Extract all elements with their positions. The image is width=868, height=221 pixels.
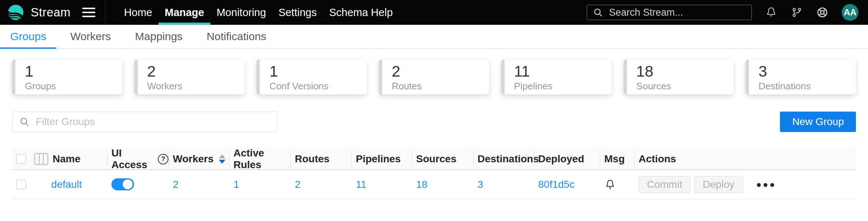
stat-value: 3 bbox=[758, 63, 856, 80]
cell-name: default bbox=[12, 170, 107, 199]
stat-value: 1 bbox=[269, 63, 367, 80]
header-deployed[interactable]: Deployed bbox=[534, 147, 600, 171]
navbar-divider bbox=[105, 0, 105, 25]
hamburger-menu-icon[interactable] bbox=[82, 8, 95, 17]
stream-logo-icon bbox=[7, 4, 24, 21]
cell-routes: 2 bbox=[290, 170, 351, 199]
header-name-label[interactable]: Name bbox=[53, 153, 80, 165]
tab-mappings[interactable]: Mappings bbox=[125, 25, 193, 48]
deploy-button[interactable]: Deploy bbox=[694, 176, 743, 193]
stat-label: Sources bbox=[636, 81, 734, 92]
stat-value: 2 bbox=[147, 63, 245, 80]
commit-button[interactable]: Commit bbox=[639, 176, 690, 193]
filter-search-icon bbox=[19, 116, 30, 127]
cell-actions: Commit Deploy ●●● bbox=[634, 170, 856, 199]
global-search-input[interactable] bbox=[609, 7, 746, 18]
filter-groups-input[interactable] bbox=[36, 116, 271, 128]
column-chooser-icon[interactable] bbox=[34, 152, 49, 166]
tab-groups[interactable]: Groups bbox=[0, 25, 56, 48]
ui-access-toggle[interactable] bbox=[111, 178, 134, 190]
stat-card-groups[interactable]: 1 Groups bbox=[12, 59, 122, 94]
header-workers-label: Workers bbox=[173, 153, 214, 165]
brand-name: Stream bbox=[31, 5, 71, 19]
cell-ui-access bbox=[107, 170, 168, 199]
sources-count-link[interactable]: 18 bbox=[416, 179, 427, 190]
search-icon bbox=[593, 7, 603, 18]
nav-item-home[interactable]: Home bbox=[118, 0, 158, 25]
deployed-version-link[interactable]: 80f1d5c bbox=[538, 179, 575, 190]
routes-count-link[interactable]: 2 bbox=[295, 179, 301, 190]
question-circle-icon[interactable]: ? bbox=[158, 154, 168, 164]
stat-label: Conf Versions bbox=[269, 81, 367, 92]
group-name-link[interactable]: default bbox=[51, 179, 82, 190]
workers-count-link[interactable]: 2 bbox=[173, 179, 179, 190]
header-ui-access[interactable]: UI Access ? bbox=[107, 147, 168, 171]
stat-label: Routes bbox=[392, 81, 489, 92]
stats-cards: 1 Groups 2 Workers 1 Conf Versions 2 Rou… bbox=[12, 59, 856, 94]
help-lifesaver-icon[interactable] bbox=[816, 6, 829, 19]
navbar-right: AA bbox=[587, 0, 868, 25]
stat-label: Groups bbox=[25, 81, 122, 92]
stat-card-routes[interactable]: 2 Routes bbox=[379, 59, 489, 94]
cell-deployed: 80f1d5c bbox=[534, 170, 600, 199]
stat-value: 1 bbox=[25, 63, 122, 80]
header-active-rules[interactable]: Active Rules bbox=[229, 147, 290, 171]
message-bell-icon[interactable] bbox=[604, 179, 616, 190]
header-destinations[interactable]: Destinations bbox=[473, 147, 534, 171]
select-all-checkbox[interactable] bbox=[16, 154, 26, 164]
user-avatar[interactable]: AA bbox=[842, 4, 859, 21]
row-checkbox[interactable] bbox=[16, 179, 26, 190]
stat-card-workers[interactable]: 2 Workers bbox=[134, 59, 245, 94]
table-row: default 2 1 2 11 18 3 80f1d5c bbox=[12, 170, 856, 199]
header-ui-access-label: UI Access bbox=[111, 147, 154, 171]
header-msg[interactable]: Msg bbox=[600, 147, 634, 171]
stat-value: 11 bbox=[514, 63, 612, 80]
git-branch-icon[interactable] bbox=[791, 6, 803, 19]
cell-msg bbox=[600, 170, 634, 199]
cell-active-rules: 1 bbox=[229, 170, 290, 199]
filter-groups-box[interactable] bbox=[12, 112, 278, 132]
pipelines-count-link[interactable]: 11 bbox=[356, 179, 366, 190]
table-header-row: Name UI Access ? Workers Active Rules Ro… bbox=[12, 147, 856, 170]
nav-item-schema-help[interactable]: Schema Help bbox=[323, 0, 399, 25]
notifications-bell-icon[interactable] bbox=[765, 6, 777, 19]
header-sources[interactable]: Sources bbox=[412, 147, 473, 171]
global-search[interactable] bbox=[587, 5, 752, 20]
groups-table: Name UI Access ? Workers Active Rules Ro… bbox=[12, 147, 856, 199]
brand: Stream bbox=[0, 0, 105, 25]
stat-card-sources[interactable]: 18 Sources bbox=[624, 59, 734, 94]
nav-item-monitoring[interactable]: Monitoring bbox=[210, 0, 272, 25]
nav-item-manage[interactable]: Manage bbox=[159, 0, 210, 25]
stat-label: Destinations bbox=[758, 81, 856, 92]
header-actions: Actions bbox=[634, 147, 856, 171]
cell-sources: 18 bbox=[412, 170, 473, 199]
cell-pipelines: 11 bbox=[351, 170, 412, 199]
row-more-menu-icon[interactable]: ●●● bbox=[756, 179, 777, 190]
stat-card-conf-versions[interactable]: 1 Conf Versions bbox=[256, 59, 367, 94]
sub-tabbar: Groups Workers Mappings Notifications bbox=[0, 25, 868, 49]
cell-workers: 2 bbox=[168, 170, 229, 199]
stat-value: 18 bbox=[636, 63, 734, 80]
top-navbar: Stream Home Manage Monitoring Settings S… bbox=[0, 0, 868, 25]
header-pipelines[interactable]: Pipelines bbox=[351, 147, 412, 171]
destinations-count-link[interactable]: 3 bbox=[477, 179, 483, 190]
tab-workers[interactable]: Workers bbox=[60, 25, 121, 48]
sort-carets-icon[interactable] bbox=[219, 154, 225, 164]
table-toolbar: New Group bbox=[12, 112, 856, 132]
stat-label: Workers bbox=[147, 81, 245, 92]
cell-destinations: 3 bbox=[473, 170, 534, 199]
stat-label: Pipelines bbox=[514, 81, 612, 92]
stat-value: 2 bbox=[392, 63, 489, 80]
main-nav: Home Manage Monitoring Settings Schema H… bbox=[118, 0, 399, 25]
stat-card-pipelines[interactable]: 11 Pipelines bbox=[501, 59, 612, 94]
nav-item-settings[interactable]: Settings bbox=[272, 0, 323, 25]
header-routes[interactable]: Routes bbox=[290, 147, 351, 171]
tab-notifications[interactable]: Notifications bbox=[197, 25, 277, 48]
new-group-button[interactable]: New Group bbox=[780, 112, 856, 132]
active-rules-link[interactable]: 1 bbox=[233, 179, 239, 190]
header-name: Name bbox=[12, 147, 107, 171]
header-workers[interactable]: Workers bbox=[168, 147, 229, 171]
stat-card-destinations[interactable]: 3 Destinations bbox=[746, 59, 856, 94]
